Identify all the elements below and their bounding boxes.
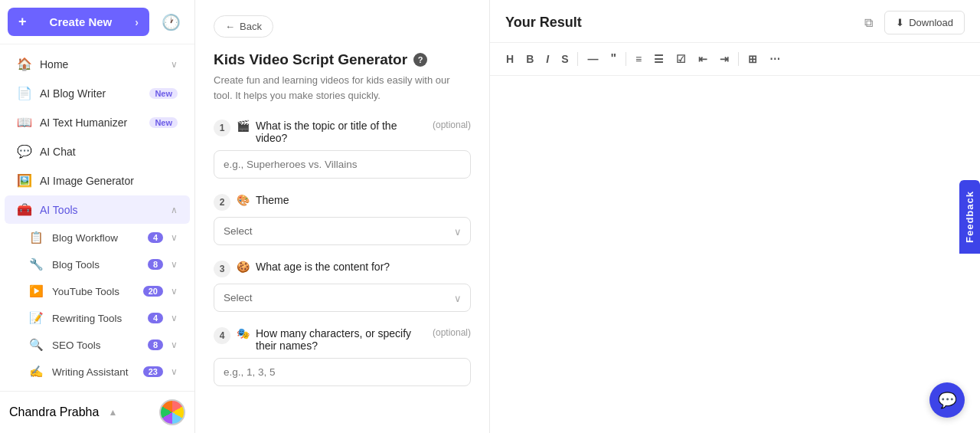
user-chevron-icon: ▲ (108, 407, 117, 418)
question-emoji-1: 🎬 (237, 120, 250, 132)
quote-button[interactable]: " (605, 49, 622, 69)
count-badge: 4 (148, 232, 163, 243)
quote-icon: " (610, 52, 616, 66)
sidebar-item-rewriting-tools[interactable]: 📝 Rewriting Tools 4 ∨ (5, 305, 190, 331)
indent-left-button[interactable]: ⇤ (693, 50, 713, 68)
question-number-2: 2 (214, 194, 230, 211)
chat-icon: 💬 (938, 391, 957, 409)
heading-button[interactable]: H (501, 50, 519, 68)
create-new-button[interactable]: + Create New › (8, 8, 149, 36)
sidebar-item-youtube-tools[interactable]: ▶️ YouTube Tools 20 ∨ (5, 278, 190, 304)
tools-icon: 🧰 (17, 202, 32, 217)
sidebar-item-blog-workflow[interactable]: 📋 Blog Workflow 4 ∨ (5, 225, 190, 251)
history-button[interactable]: 🕐 (155, 8, 187, 36)
result-actions: ⧉ ⬇ Download (861, 11, 965, 34)
question-3: 3 🍪 What age is the content for? Select … (214, 261, 471, 312)
chat-icon: 💬 (17, 144, 32, 159)
sub-item-label: YouTube Tools (52, 286, 136, 297)
question-label-1: 1 🎬 What is the topic or title of the vi… (214, 120, 471, 144)
sub-item-label: SEO Tools (52, 340, 140, 351)
sidebar-item-ai-image-generator[interactable]: 🖼️ AI Image Generator (5, 166, 190, 195)
count-badge: 8 (148, 340, 163, 350)
sub-item-label: Blog Workflow (52, 232, 140, 244)
question-emoji-2: 🎨 (237, 194, 250, 206)
chat-bubble-button[interactable]: 💬 (929, 382, 965, 418)
sidebar-item-label: Home (40, 58, 163, 71)
sidebar-item-label: AI Blog Writer (40, 87, 142, 100)
question-label-4: 4 🎭 How many characters, or specify thei… (214, 327, 471, 352)
download-label: Download (909, 17, 953, 28)
sidebar-top: + Create New › 🕐 (0, 0, 194, 44)
help-icon[interactable]: ? (413, 53, 427, 67)
bullet-list-icon: ≡ (635, 53, 642, 65)
question-3-select[interactable]: Select (214, 284, 471, 312)
download-button[interactable]: ⬇ Download (884, 11, 965, 34)
form-panel: ← Back Kids Video Script Generator ? Cre… (195, 0, 490, 433)
toolbar-divider-3 (738, 52, 739, 66)
checklist-icon: ☑ (676, 53, 686, 65)
sub-item-label: Writing Assistant (52, 366, 136, 378)
sidebar-item-seo-tools[interactable]: 🔍 SEO Tools 8 ∨ (5, 332, 190, 358)
sidebar-item-writing-assistant[interactable]: ✍️ Writing Assistant 23 ∨ (5, 359, 190, 385)
question-number-1: 1 (214, 120, 230, 136)
avatar[interactable] (159, 399, 185, 425)
sidebar-footer: Chandra Prabha ▲ (0, 391, 194, 433)
sidebar-item-ai-chat[interactable]: 💬 AI Chat (5, 137, 190, 166)
count-badge: 8 (148, 259, 163, 270)
toolbar-divider-2 (626, 52, 626, 66)
question-text-1: What is the topic or title of the video? (256, 120, 423, 144)
more-options-button[interactable]: ⋯ (764, 50, 786, 68)
user-name: Chandra Prabha (9, 405, 99, 419)
image-icon: 🖼️ (17, 173, 32, 188)
question-4-input[interactable] (214, 358, 471, 386)
sidebar-item-home[interactable]: 🏠 Home ∨ (5, 50, 190, 78)
feedback-label: Feedback (964, 191, 975, 243)
count-badge: 4 (148, 313, 163, 323)
table-icon: ⊞ (748, 53, 757, 65)
result-header: Your Result ⧉ ⬇ Download (490, 0, 980, 43)
count-badge: 20 (143, 286, 163, 297)
checklist-button[interactable]: ☑ (671, 50, 691, 68)
sidebar-item-blog-tools[interactable]: 🔧 Blog Tools 8 ∨ (5, 251, 190, 277)
italic-button[interactable]: I (541, 50, 554, 68)
question-number-3: 3 (214, 261, 230, 277)
workflow-icon: 📋 (29, 231, 44, 244)
sidebar-item-ai-text-humanizer[interactable]: 📖 AI Text Humanizer New (5, 108, 190, 136)
question-2-select-wrapper: Select ∨ (214, 217, 471, 245)
italic-icon: I (546, 53, 549, 65)
question-1-input[interactable] (214, 150, 471, 179)
chevron-down-icon: ∨ (171, 340, 178, 350)
question-text-3: What age is the content for? (256, 261, 390, 273)
question-2-select[interactable]: Select (214, 217, 471, 245)
question-label-2: 2 🎨 Theme (214, 194, 471, 211)
strikethrough-button[interactable]: S (556, 50, 573, 68)
feedback-tab[interactable]: Feedback (959, 180, 980, 254)
seo-icon: 🔍 (29, 338, 44, 352)
table-button[interactable]: ⊞ (743, 50, 763, 68)
question-1: 1 🎬 What is the topic or title of the vi… (214, 120, 471, 179)
sidebar-item-ai-tools[interactable]: 🧰 AI Tools ∧ (5, 195, 190, 224)
new-badge: New (149, 88, 178, 99)
indent-right-button[interactable]: ⇥ (714, 50, 734, 68)
question-4: 4 🎭 How many characters, or specify thei… (214, 327, 471, 386)
hr-button[interactable]: — (582, 50, 603, 68)
indent-left-icon: ⇤ (698, 53, 707, 65)
bold-button[interactable]: B (521, 50, 539, 68)
chevron-down-icon: ∨ (171, 366, 178, 377)
bold-icon: B (526, 53, 534, 65)
copy-button[interactable]: ⧉ (861, 12, 877, 34)
editor-toolbar: H B I S — " ≡ (490, 43, 980, 76)
result-panel: Your Result ⧉ ⬇ Download H B (490, 0, 980, 433)
bullet-list-button[interactable]: ≡ (630, 50, 647, 68)
user-profile[interactable]: Chandra Prabha ▲ (9, 405, 159, 419)
document-icon: 📄 (17, 86, 32, 100)
tool-title: Kids Video Script Generator ? (214, 51, 471, 68)
sidebar-item-ai-blog-writer[interactable]: 📄 AI Blog Writer New (5, 79, 190, 107)
toolbar-divider (577, 52, 578, 66)
content-area: ← Back Kids Video Script Generator ? Cre… (195, 0, 980, 433)
chevron-down-icon: ∨ (171, 286, 178, 297)
title-text: Kids Video Script Generator (214, 51, 407, 68)
ordered-list-button[interactable]: ☰ (648, 50, 669, 68)
back-button[interactable]: ← Back (214, 15, 273, 38)
editor-area[interactable] (490, 76, 980, 433)
